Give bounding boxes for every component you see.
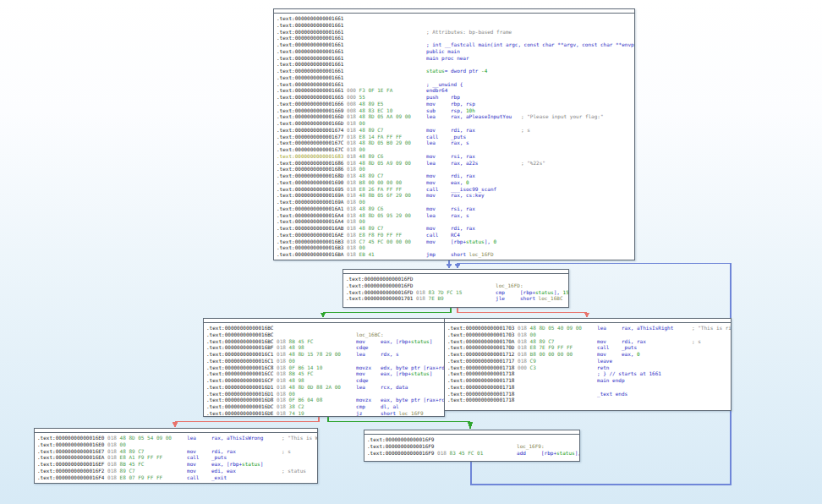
graph-node-16E0[interactable]: .text:00000000000016E0 018 48 8D 05 54 0… xyxy=(34,428,318,484)
asm-line[interactable]: .text:00000000000016F9 loc_16F9: xyxy=(367,443,579,450)
asm-line[interactable]: .text:0000000000001683 018 48 89 C6 mov … xyxy=(277,153,634,160)
asm-line[interactable]: .text:000000000000167C 018 00 xyxy=(277,146,634,153)
asm-line[interactable]: .text:00000000000016FD 018 83 7D FC 15 c… xyxy=(346,289,568,296)
asm-line[interactable]: .text:00000000000016B3 018 00 xyxy=(277,244,634,251)
asm-line[interactable]: .text:00000000000016BF 018 48 98 cdqe xyxy=(206,344,444,351)
graph-node-16BC[interactable]: .text:00000000000016BC.text:000000000000… xyxy=(203,318,445,417)
asm-line[interactable]: .text:00000000000016BC 018 8B 45 FC mov … xyxy=(206,338,444,345)
graph-node-16FD[interactable]: .text:00000000000016FD.text:000000000000… xyxy=(342,269,569,308)
asm-line[interactable]: .text:0000000000001718 xyxy=(447,397,731,403)
node-code: .text:0000000000001703 018 48 8D 05 40 0… xyxy=(445,323,731,410)
asm-line[interactable]: .text:0000000000001695 018 E8 26 FA FF F… xyxy=(277,186,634,193)
asm-line[interactable]: .text:0000000000001718 xyxy=(447,384,731,391)
asm-line[interactable]: .text:000000000000170A 018 48 89 C7 mov … xyxy=(447,338,731,345)
asm-line[interactable]: .text:0000000000001718 main endp xyxy=(447,377,731,384)
node-code: .text:00000000000016F9.text:000000000000… xyxy=(364,435,579,461)
asm-line[interactable]: .text:0000000000001661 status= dword ptr… xyxy=(277,68,634,74)
asm-line[interactable]: .text:0000000000001718 000 C3 retn xyxy=(447,364,731,371)
node-code: .text:00000000000016FD.text:000000000000… xyxy=(343,274,568,307)
asm-line[interactable]: .text:0000000000001661 ; Attributes: bp-… xyxy=(277,29,634,36)
graph-canvas[interactable]: .text:0000000000001661.text:000000000000… xyxy=(0,0,822,504)
asm-line[interactable]: .text:00000000000016D1 018 48 8D 0D 88 2… xyxy=(206,384,444,391)
graph-node-1703[interactable]: .text:0000000000001703 018 48 8D 05 40 0… xyxy=(444,318,732,411)
asm-line[interactable]: .text:00000000000016F9 018 83 45 FC 01 a… xyxy=(367,450,579,457)
asm-line[interactable]: .text:00000000000016AB 018 48 89 C7 mov … xyxy=(277,225,634,232)
asm-line[interactable]: .text:00000000000016EA 018 E8 A1 F9 FF F… xyxy=(37,454,317,461)
asm-line[interactable]: .text:0000000000001669 008 48 83 EC 10 s… xyxy=(277,107,634,114)
asm-line[interactable]: .text:00000000000016A4 018 48 8D 05 95 2… xyxy=(277,212,634,219)
asm-line[interactable]: .text:00000000000016C1 018 48 8D 15 78 2… xyxy=(206,351,444,358)
asm-line[interactable]: .text:0000000000001661 xyxy=(277,22,634,29)
edge-arrow-16DE-16F9 xyxy=(468,422,474,430)
asm-line[interactable]: .text:0000000000001690 018 B8 00 00 00 0… xyxy=(277,179,634,186)
asm-line[interactable]: .text:0000000000001661 main proc near xyxy=(277,55,634,62)
asm-line[interactable]: .text:00000000000016C1 018 00 xyxy=(206,358,444,364)
asm-line[interactable]: .text:00000000000016BC loc_16BC: xyxy=(206,331,444,338)
asm-line[interactable]: .text:0000000000001661 000 F3 0F 1E FA e… xyxy=(277,87,634,94)
asm-line[interactable]: .text:00000000000016B3 018 C7 45 FC 00 0… xyxy=(277,238,634,245)
asm-line[interactable]: .text:0000000000001701 018 7E B9 jle sho… xyxy=(346,295,568,302)
asm-line[interactable]: .text:0000000000001666 008 48 89 E5 mov … xyxy=(277,101,634,107)
asm-line[interactable]: .text:00000000000016EF 018 8B 45 FC mov … xyxy=(37,461,317,468)
asm-line[interactable]: .text:0000000000001661 xyxy=(277,61,634,68)
graph-node-16F9[interactable]: .text:00000000000016F9.text:000000000000… xyxy=(364,430,580,462)
asm-line[interactable]: .text:00000000000016E7 018 48 89 C7 mov … xyxy=(37,448,317,455)
asm-line[interactable]: .text:0000000000001661 xyxy=(277,74,634,81)
asm-line[interactable]: .text:000000000000166D 018 48 8D 05 AA 0… xyxy=(277,113,634,120)
asm-line[interactable]: .text:000000000000170D 018 E8 7E F9 FF F… xyxy=(447,344,731,351)
asm-line[interactable]: .text:0000000000001717 018 C9 leave xyxy=(447,358,731,364)
asm-line[interactable]: .text:00000000000016F2 018 89 C7 mov edi… xyxy=(37,468,317,474)
asm-line[interactable]: .text:0000000000001686 018 48 8D 05 A9 0… xyxy=(277,160,634,167)
edge-arrow-16DE-16E0 xyxy=(173,422,178,429)
asm-line[interactable]: .text:000000000000169A 018 00 xyxy=(277,199,634,205)
asm-line[interactable]: .text:0000000000001703 018 48 8D 05 40 0… xyxy=(447,325,731,331)
node-code: .text:0000000000001661.text:000000000000… xyxy=(274,14,634,260)
node-code: .text:00000000000016E0 018 48 8D 05 54 0… xyxy=(35,433,317,483)
asm-line[interactable]: .text:0000000000001718 _text ends xyxy=(447,391,731,397)
asm-line[interactable]: .text:00000000000016BC xyxy=(206,325,444,331)
asm-line[interactable]: .text:0000000000001661 xyxy=(277,35,634,41)
asm-line[interactable]: .text:000000000000167C 018 48 8D 05 B0 2… xyxy=(277,140,634,146)
node-code: .text:00000000000016BC.text:000000000000… xyxy=(204,323,444,416)
asm-line[interactable]: .text:0000000000001661 ; int __fastcall … xyxy=(277,41,634,48)
asm-line[interactable]: .text:0000000000001712 018 B8 00 00 00 0… xyxy=(447,351,731,358)
asm-line[interactable]: .text:00000000000016DC 018 38 C2 cmp dl,… xyxy=(206,403,444,410)
asm-line[interactable]: .text:00000000000016CC 018 8B 45 FC mov … xyxy=(206,370,444,377)
asm-line[interactable]: .text:00000000000016AE 018 E8 F8 F0 FF F… xyxy=(277,232,634,238)
asm-line[interactable]: .text:00000000000016C8 018 0F B6 14 10 m… xyxy=(206,364,444,371)
asm-line[interactable]: .text:00000000000016D8 018 0F B6 04 08 m… xyxy=(206,397,444,403)
asm-line[interactable]: .text:000000000000166D 018 00 xyxy=(277,120,634,127)
asm-line[interactable]: .text:000000000000169A 018 48 8B 05 6F 2… xyxy=(277,192,634,199)
asm-line[interactable]: .text:00000000000016E0 018 48 8D 05 54 0… xyxy=(37,435,317,441)
asm-line[interactable]: .text:0000000000001686 018 00 xyxy=(277,166,634,173)
asm-line[interactable]: .text:00000000000016A1 018 48 89 C6 mov … xyxy=(277,205,634,212)
asm-line[interactable]: .text:0000000000001661 xyxy=(277,15,634,22)
asm-line[interactable]: .text:0000000000001661 ; __unwind { xyxy=(277,81,634,88)
asm-line[interactable]: .text:0000000000001677 018 E8 14 FA FF F… xyxy=(277,134,634,140)
asm-line[interactable]: .text:00000000000016FD loc_16FD: xyxy=(346,282,568,289)
asm-line[interactable]: .text:0000000000001718 ; } // starts at … xyxy=(447,370,731,377)
asm-line[interactable]: .text:0000000000001703 018 00 xyxy=(447,331,731,338)
asm-line[interactable]: .text:00000000000016E0 018 00 xyxy=(37,441,317,448)
asm-line[interactable]: .text:00000000000016CF 018 48 98 cdqe xyxy=(206,377,444,384)
asm-line[interactable]: .text:000000000000168D 018 48 89 C7 mov … xyxy=(277,173,634,179)
asm-line[interactable]: .text:00000000000016BA 018 EB 41 jmp sho… xyxy=(277,251,634,258)
asm-line[interactable]: .text:00000000000016A4 018 00 xyxy=(277,218,634,225)
graph-node-1661[interactable]: .text:0000000000001661.text:000000000000… xyxy=(273,8,635,260)
asm-line[interactable]: .text:00000000000016D1 018 00 xyxy=(206,391,444,397)
asm-line[interactable]: .text:0000000000001661 public main xyxy=(277,48,634,55)
asm-line[interactable]: .text:0000000000001665 000 55 push rbp xyxy=(277,94,634,101)
asm-line[interactable]: .text:00000000000016FD xyxy=(346,276,568,282)
asm-line[interactable]: .text:00000000000016F9 xyxy=(367,436,579,443)
asm-line[interactable]: .text:00000000000016F4 018 E8 07 F9 FF F… xyxy=(37,474,317,481)
asm-line[interactable]: .text:00000000000016DE 018 74 19 jz shor… xyxy=(206,410,444,416)
asm-line[interactable]: .text:0000000000001674 018 48 89 C7 mov … xyxy=(277,127,634,134)
